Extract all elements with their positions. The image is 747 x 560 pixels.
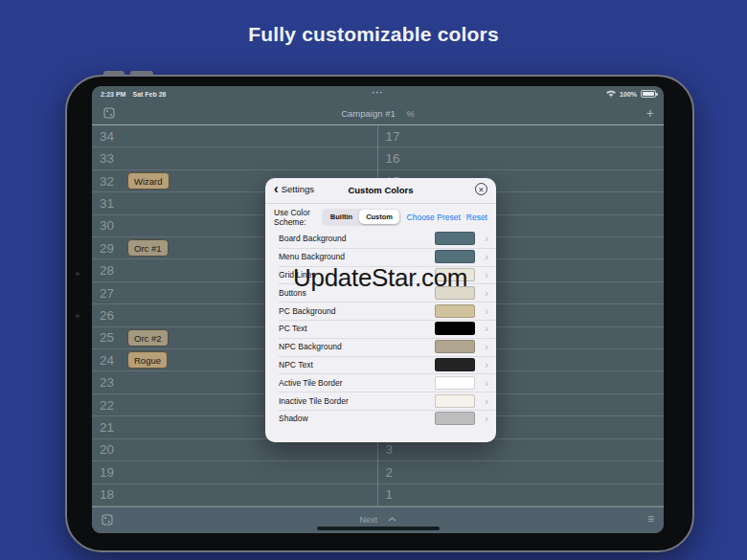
color-swatch[interactable] xyxy=(435,250,475,263)
chevron-right-icon: › xyxy=(475,286,488,300)
color-swatch[interactable] xyxy=(435,304,475,318)
chevron-right-icon: › xyxy=(475,322,488,335)
row-number: 24 xyxy=(92,353,121,368)
chevron-right-icon: › xyxy=(475,268,488,281)
row-number: 19 xyxy=(92,465,121,480)
close-icon[interactable]: ✕ xyxy=(475,183,487,195)
row-number: 20 xyxy=(92,442,121,457)
row-number: 28 xyxy=(92,263,121,278)
board-row[interactable]: 2 xyxy=(378,461,665,483)
color-swatch[interactable] xyxy=(435,358,475,371)
token-pc[interactable]: Wizard xyxy=(127,172,170,190)
battery-percent: 100% xyxy=(620,91,637,98)
wifi-icon xyxy=(606,90,616,98)
color-setting-row[interactable]: Inactive Tile Border› xyxy=(265,392,496,410)
color-setting-row[interactable]: Shadow› xyxy=(265,410,496,428)
token-npc[interactable]: Orc #1 xyxy=(127,239,169,257)
color-swatch[interactable] xyxy=(435,394,475,408)
row-number: 26 xyxy=(92,308,121,323)
row-number: 34 xyxy=(92,129,121,144)
battery-icon xyxy=(641,90,656,98)
page: Fully customizable colors 2:23 PM Sat Fe… xyxy=(0,0,747,560)
next-button[interactable]: Next xyxy=(92,515,664,525)
dialog-header: ‹ Settings Custom Colors ✕ xyxy=(265,178,496,203)
chevron-right-icon: › xyxy=(475,412,488,425)
row-number: 25 xyxy=(92,330,121,345)
chevron-right-icon: › xyxy=(475,340,488,353)
home-indicator[interactable] xyxy=(317,526,440,530)
color-setting-row[interactable]: NPC Text› xyxy=(265,356,496,374)
chevron-right-icon: › xyxy=(475,358,488,371)
chevron-up-icon xyxy=(388,517,396,522)
segment-custom[interactable]: Custom xyxy=(359,210,399,224)
color-swatch[interactable] xyxy=(435,412,475,425)
custom-colors-dialog: ‹ Settings Custom Colors ✕ Use Color Sch… xyxy=(265,178,496,442)
row-number: 29 xyxy=(92,241,121,256)
board-row[interactable]: 1 xyxy=(378,484,665,506)
scheme-segmented-control: BuiltinCustom xyxy=(322,209,400,226)
chevron-right-icon: › xyxy=(475,304,488,318)
color-setting-row[interactable]: PC Background› xyxy=(265,302,496,320)
row-number: 18 xyxy=(92,487,121,502)
color-swatch[interactable] xyxy=(435,340,475,353)
chevron-right-icon: › xyxy=(475,250,488,263)
board-row[interactable]: 3 xyxy=(378,439,665,461)
color-setting-label: PC Text xyxy=(279,324,307,333)
chevron-right-icon: › xyxy=(475,376,488,390)
toolbar: Campaign #1 % + xyxy=(92,103,664,124)
color-setting-label: Board Background xyxy=(279,234,346,243)
row-number: 1 xyxy=(378,487,407,502)
row-number: 22 xyxy=(92,398,121,413)
color-setting-row[interactable]: NPC Background› xyxy=(265,338,496,356)
menu-icon[interactable]: ≡ xyxy=(647,512,654,526)
segment-builtin[interactable]: Builtin xyxy=(324,210,359,224)
color-setting-label: NPC Text xyxy=(279,360,313,370)
board-row[interactable]: 33 xyxy=(92,147,377,169)
color-swatch[interactable] xyxy=(435,232,475,245)
token-pc[interactable]: Rogue xyxy=(127,351,168,369)
add-button[interactable]: + xyxy=(646,105,654,121)
scheme-label: Use Color Scheme: xyxy=(274,208,316,227)
volume-button xyxy=(103,71,124,77)
color-setting-label: Shadow xyxy=(279,414,308,423)
color-rows-list: Board Background›Menu Background›Grid Li… xyxy=(265,230,496,428)
color-setting-label: Inactive Tile Border xyxy=(279,396,349,406)
board-row[interactable]: 34 xyxy=(92,125,377,147)
campaign-title: Campaign #1 xyxy=(341,108,396,119)
color-swatch[interactable] xyxy=(435,322,475,335)
row-number: 23 xyxy=(92,375,121,390)
board-row[interactable]: 17 xyxy=(378,125,665,147)
row-number: 16 xyxy=(378,151,407,166)
watermark: UpdateStar.com xyxy=(293,263,467,293)
color-setting-label: Menu Background xyxy=(279,252,345,261)
color-setting-row[interactable]: Board Background› xyxy=(265,230,496,248)
campaign-title-bar: Campaign #1 % xyxy=(92,108,664,119)
row-number: 27 xyxy=(92,286,121,301)
status-right: 100% xyxy=(606,90,656,98)
choose-preset-button[interactable]: Choose Preset xyxy=(407,213,461,222)
row-number: 3 xyxy=(378,442,407,457)
dice-percent-icon[interactable]: % xyxy=(406,108,414,119)
row-number: 21 xyxy=(92,420,121,435)
camera-dot xyxy=(76,314,79,318)
color-setting-row[interactable]: Active Tile Border› xyxy=(265,373,496,392)
color-scheme-row: Use Color Scheme: BuiltinCustom Choose P… xyxy=(265,204,496,230)
board-row[interactable]: 18 xyxy=(92,484,377,506)
multitask-indicator-icon[interactable]: ··· xyxy=(92,88,664,98)
row-number: 32 xyxy=(92,174,121,189)
reset-button[interactable]: Reset xyxy=(466,213,487,222)
status-bar: 2:23 PM Sat Feb 26 ··· 100% xyxy=(92,86,664,103)
row-number: 31 xyxy=(92,196,121,211)
board-row[interactable]: 19 xyxy=(92,461,377,483)
page-title: Fully customizable colors xyxy=(0,23,747,46)
board-row[interactable]: 16 xyxy=(378,147,665,169)
color-setting-row[interactable]: PC Text› xyxy=(265,320,496,338)
dialog-title: Custom Colors xyxy=(265,185,496,195)
row-number: 33 xyxy=(92,151,121,166)
row-number: 30 xyxy=(92,218,121,233)
volume-button xyxy=(130,71,153,77)
color-setting-label: PC Background xyxy=(279,306,336,316)
token-npc[interactable]: Orc #2 xyxy=(127,329,169,347)
color-swatch[interactable] xyxy=(435,376,475,390)
board-row[interactable]: 20 xyxy=(92,439,377,461)
